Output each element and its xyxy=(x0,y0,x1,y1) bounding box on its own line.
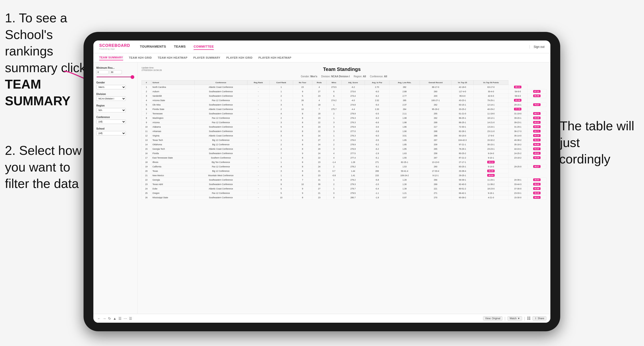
table-cell: 117-4-0 xyxy=(451,89,474,94)
table-cell: Arkansas xyxy=(151,129,194,134)
score-badge: 86.58 xyxy=(533,94,540,97)
toolbar-forward-icon[interactable]: → xyxy=(103,317,106,321)
table-cell: Tennessee xyxy=(151,111,194,116)
col-top25: Vs Top 25 xyxy=(451,80,474,85)
table-cell: - xyxy=(247,134,269,138)
table-cell: 1.85 xyxy=(389,142,420,147)
table-cell: - xyxy=(247,142,269,147)
table-cell: 4 xyxy=(326,151,341,156)
table-row: 11ArkansasSoutheastern Conference-682232… xyxy=(142,129,546,134)
table-cell: 21 xyxy=(142,173,151,178)
toolbar-refresh-icon[interactable]: ↻ xyxy=(108,317,111,321)
subnav-team-h2h-heatmap[interactable]: TEAM H2H HEATMAP xyxy=(158,55,188,60)
table-cell: 274.2 xyxy=(326,98,341,103)
table-cell: 82-28-1 xyxy=(451,129,474,134)
toolbar-share-icon[interactable]: ▲ xyxy=(113,317,116,321)
table-row: 3VanderbiltSoutheastern Conference-25236… xyxy=(142,94,546,98)
nav-teams[interactable]: TEAMS xyxy=(174,44,186,50)
table-cell: 4 xyxy=(269,147,293,151)
table-cell: - xyxy=(247,107,269,111)
filter-range-slider[interactable] xyxy=(96,77,134,77)
table-cell: Virginia xyxy=(151,134,194,138)
subnav-player-summary[interactable]: PLAYER SUMMARY xyxy=(193,55,220,60)
filter-gender-select[interactable]: Men's Women's xyxy=(96,85,126,89)
table-cell: 270 xyxy=(420,195,451,200)
col-wins: Wins xyxy=(326,80,341,85)
score-badge: 39.14 xyxy=(487,161,494,164)
filter-gender: Gender Men's Women's xyxy=(96,81,134,89)
table-cell: 276.3 xyxy=(341,120,365,125)
filter-minimum-row xyxy=(96,70,134,74)
table-cell: 258 xyxy=(420,151,451,156)
table-cell: 7 xyxy=(142,111,151,116)
toolbar-bookmark-icon[interactable]: ☰ xyxy=(118,317,122,321)
table-cell: 85.98 xyxy=(508,98,527,103)
table-cell: 48.27 xyxy=(527,165,546,169)
share-button[interactable]: ⇧ Share xyxy=(532,316,546,321)
table-cell: 11-38-2 xyxy=(474,182,508,186)
table-cell: Atlantic Coast Conference xyxy=(194,134,247,138)
table-cell: 1.86 xyxy=(389,125,420,129)
view-original-button[interactable]: View: Original xyxy=(483,316,503,321)
filter-division-select[interactable]: NCAA Division I NCAA Division II NCAA Di… xyxy=(96,96,126,101)
nav-bar: SCOREBOARD Powered by clippi TOURNAMENTS… xyxy=(93,40,550,53)
table-cell: 5 xyxy=(293,94,312,98)
toolbar-grid-icon[interactable]: ☷ xyxy=(527,316,530,321)
table-cell: 12-14-1 xyxy=(474,103,508,107)
nav-tournaments[interactable]: TOURNAMENTS xyxy=(140,44,166,50)
table-cell: 8 xyxy=(293,134,312,138)
subnav-team-h2h-grid[interactable]: TEAM H2H GRID xyxy=(129,55,152,60)
table-row: 10AlabamaSoutheastern Conference-5823327… xyxy=(142,125,546,129)
subnav-player-h2h-heatmap[interactable]: PLAYER H2H HEATMAP xyxy=(258,55,292,60)
table-cell: Southeastern Conference xyxy=(194,103,247,107)
table-cell: 23-33-1 xyxy=(508,191,527,195)
watch-button[interactable]: Watch ▼ xyxy=(508,316,522,321)
table-cell: 42-6-0 xyxy=(474,94,508,98)
score-badge: 38.13 xyxy=(533,196,540,199)
table-cell: 1 xyxy=(142,85,151,89)
table-cell: Southeastern Conference xyxy=(194,89,247,94)
table-cell: 4-21-0 xyxy=(474,195,508,200)
table-cell: 1.98 xyxy=(389,116,420,120)
sign-out-button[interactable]: Sign out xyxy=(530,45,544,49)
table-cell: 9-14-0 xyxy=(474,165,508,169)
toolbar-more-icon[interactable]: ⋯ xyxy=(124,317,127,321)
table-cell: 1.28 xyxy=(341,160,365,165)
score-badge: 58.34 xyxy=(533,139,540,141)
table-cell: 14 xyxy=(142,142,151,147)
filter-region-select[interactable]: N/A All xyxy=(96,108,126,112)
table-cell: 24 xyxy=(142,186,151,191)
toolbar-clock-icon[interactable]: ☰ xyxy=(129,317,132,321)
table-cell: 20 xyxy=(312,147,326,151)
table-cell: 8 xyxy=(293,142,312,147)
table-cell: -4.4 xyxy=(341,107,365,111)
table-cell: 15 xyxy=(142,147,151,151)
filter-max-input[interactable] xyxy=(110,70,122,74)
table-cell: 8 xyxy=(293,120,312,125)
table-cell: Vanderbilt xyxy=(151,94,194,98)
nav-committee[interactable]: COMMITTEE xyxy=(194,44,214,50)
subnav-team-summary[interactable]: TEAM SUMMARY xyxy=(99,55,123,60)
table-cell: Pac-12 Conference xyxy=(194,165,247,169)
toolbar-back-icon[interactable]: ← xyxy=(97,317,101,321)
score-badge: 85.98 xyxy=(514,99,522,102)
table-cell: Oregon xyxy=(151,191,194,195)
table-cell: 2.37 xyxy=(389,103,420,107)
table-cell: 39.14 xyxy=(474,160,508,165)
table-cell: 18 xyxy=(312,103,326,107)
table-cell: -5.2 xyxy=(365,142,390,147)
subnav-player-h2h-grid[interactable]: PLAYER H2H GRID xyxy=(226,55,252,60)
filter-conference-select[interactable]: (All) xyxy=(96,120,126,124)
table-cell: 42-18-0 xyxy=(451,85,474,89)
table-cell: 277.0 xyxy=(341,129,365,134)
table-cell: 33-38-4 xyxy=(451,169,474,173)
filter-min-input[interactable] xyxy=(96,70,108,74)
table-row: 26Mississippi StateSoutheastern Conferen… xyxy=(142,195,546,200)
table-cell: 23 xyxy=(312,125,326,129)
table-row: 13Texas TechBig 12 Conference-19272276.0… xyxy=(142,138,546,142)
table-cell: 1.39 xyxy=(389,186,420,191)
table-cell: 39-20-1 xyxy=(508,116,527,120)
table-cell: 23 xyxy=(293,85,312,89)
table-cell: 2 xyxy=(326,182,341,186)
filter-school-select[interactable]: (All) xyxy=(96,131,126,136)
